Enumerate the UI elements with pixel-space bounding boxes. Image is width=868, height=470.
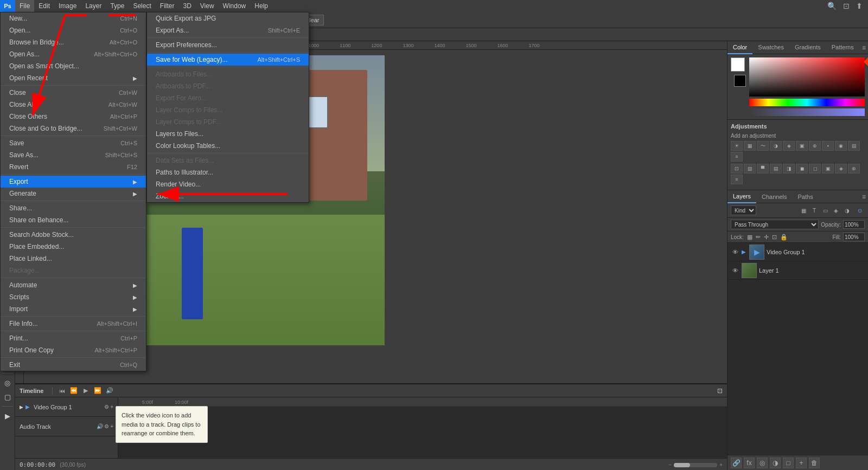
file-generate[interactable]: Generate ▶: [1, 188, 146, 199]
lock-position-icon[interactable]: ✛: [764, 234, 769, 241]
file-place-linked[interactable]: Place Linked...: [1, 253, 146, 265]
bw-adj[interactable]: ▪: [822, 141, 834, 151]
layer-visibility-toggle-l1[interactable]: 👁: [731, 266, 739, 275]
tab-gradients[interactable]: Gradients: [789, 41, 826, 54]
tl-prev-button[interactable]: ⏪: [69, 386, 79, 396]
lock-all-icon[interactable]: 🔒: [780, 234, 788, 241]
hue-spectrum[interactable]: [749, 99, 865, 106]
tl-audio-settings-icon[interactable]: ⚙: [104, 423, 109, 429]
file-open-as[interactable]: Open As... Alt+Shift+Ctrl+O: [1, 48, 146, 60]
layers-kind-select[interactable]: Kind: [731, 205, 756, 215]
file-print[interactable]: Print... Ctrl+P: [1, 332, 146, 344]
tl-track-settings-icon[interactable]: ⚙: [104, 404, 109, 410]
file-print-one[interactable]: Print One Copy Alt+Shift+Ctrl+P: [1, 344, 146, 356]
vibrance-adj[interactable]: ◈: [783, 141, 795, 151]
export-export-as[interactable]: Export As... Shift+Ctrl+E: [147, 24, 309, 36]
shape-filter-icon[interactable]: ▭: [820, 205, 830, 215]
mixer-adj[interactable]: ▤: [848, 141, 860, 151]
lock-image-icon[interactable]: ✏: [756, 234, 761, 241]
threshold-adj[interactable]: ▀: [757, 164, 769, 173]
toggle-filter-icon[interactable]: ⊙: [855, 205, 865, 215]
color-filter-icon[interactable]: ◑: [842, 205, 852, 215]
file-place-embedded[interactable]: Place Embedded...: [1, 241, 146, 253]
brightness-adj[interactable]: ☀: [731, 141, 743, 151]
selective-color-adj[interactable]: ◨: [783, 164, 795, 173]
layer-item-layer1[interactable]: 👁 Layer 1: [727, 261, 868, 280]
file-info[interactable]: File Info... Alt+Shift+Ctrl+I: [1, 318, 146, 330]
tl-audio-mute-icon[interactable]: 🔊: [97, 423, 103, 429]
lock-transparent-icon[interactable]: ▦: [747, 234, 752, 241]
timeline-collapse-icon[interactable]: ⊡: [717, 387, 723, 395]
adj-r8[interactable]: ▣: [822, 164, 834, 173]
gradient-map-adj[interactable]: ▤: [770, 164, 782, 173]
screen-mode-tool[interactable]: ▢: [1, 390, 14, 403]
menu-filter[interactable]: Filter: [156, 0, 179, 12]
tab-channels[interactable]: Channels: [756, 190, 792, 203]
opacity-input[interactable]: [843, 220, 865, 229]
menu-file[interactable]: File: [15, 0, 34, 12]
export-quick-jpg[interactable]: Quick Export as JPG: [147, 12, 309, 24]
file-export[interactable]: Export ▶: [1, 176, 146, 188]
file-close[interactable]: Close Ctrl+W: [1, 87, 146, 99]
levels-adj[interactable]: ▦: [744, 141, 756, 151]
tl-play-button[interactable]: ▶: [81, 386, 91, 396]
layer-item-video-group[interactable]: 👁 ▶ ▶ Video Group 1: [727, 243, 868, 261]
tl-next-button[interactable]: ⏩: [93, 386, 103, 396]
timeline-icon[interactable]: ▶: [1, 409, 14, 422]
curves-adj[interactable]: 〜: [757, 141, 769, 151]
file-share[interactable]: Share...: [1, 202, 146, 214]
tl-track-add-icon[interactable]: +: [110, 404, 113, 410]
layer-delete-icon[interactable]: 🗑: [809, 458, 820, 468]
arrange-icon[interactable]: ⊡: [841, 2, 852, 10]
fill-input[interactable]: [843, 233, 865, 241]
panel-menu-icon[interactable]: ≡: [862, 41, 868, 54]
posterize-adj[interactable]: ▧: [744, 164, 756, 173]
menu-select[interactable]: Select: [129, 0, 155, 12]
menu-image[interactable]: Image: [54, 0, 81, 12]
file-automate[interactable]: Automate ▶: [1, 279, 146, 291]
file-save[interactable]: Save Ctrl+S: [1, 137, 146, 149]
export-zoomify[interactable]: Zoomify...: [147, 190, 309, 202]
export-preferences[interactable]: Export Preferences...: [147, 39, 309, 51]
layer-new-icon[interactable]: +: [796, 458, 807, 468]
file-new[interactable]: New... Ctrl+N: [1, 12, 146, 24]
adj-r10[interactable]: ⊕: [848, 164, 860, 173]
pixel-filter-icon[interactable]: ▦: [799, 205, 808, 215]
export-render-video[interactable]: Render Video...: [147, 178, 309, 190]
tl-expand-video[interactable]: ▶: [20, 404, 23, 410]
fg-color-swatch[interactable]: [731, 57, 745, 72]
menu-3d[interactable]: 3D: [178, 0, 195, 12]
file-share-behance[interactable]: Share on Behance...: [1, 214, 146, 226]
tl-zoom-in-icon[interactable]: +: [719, 462, 723, 468]
menu-layer[interactable]: Layer: [81, 0, 106, 12]
menu-type[interactable]: Type: [106, 0, 129, 12]
layers-menu-icon[interactable]: ≡: [862, 190, 868, 203]
lock-artboards-icon[interactable]: ⊡: [772, 234, 777, 241]
menu-window[interactable]: Window: [219, 0, 251, 12]
tl-zoom-out-icon[interactable]: −: [668, 462, 672, 468]
bg-color-swatch[interactable]: [734, 75, 746, 87]
exposure-adj[interactable]: ◑: [770, 141, 782, 151]
tab-color[interactable]: Color: [727, 41, 752, 54]
tl-begin-button[interactable]: ⏮: [57, 386, 67, 396]
file-close-all[interactable]: Close All Alt+Ctrl+W: [1, 99, 146, 111]
adj-r7[interactable]: ◻: [809, 164, 821, 173]
file-search-stock[interactable]: Search Adobe Stock...: [1, 229, 146, 241]
tab-paths[interactable]: Paths: [793, 190, 819, 203]
file-open-recent[interactable]: Open Recent ▶: [1, 72, 146, 84]
tab-swatches[interactable]: Swatches: [752, 41, 789, 54]
quick-mask-tool[interactable]: ◎: [1, 376, 14, 389]
layer-adj-icon[interactable]: ◑: [770, 458, 781, 468]
file-exit[interactable]: Exit Ctrl+Q: [1, 359, 146, 371]
tab-layers[interactable]: Layers: [727, 190, 756, 203]
export-paths-illustrator[interactable]: Paths to Illustrator...: [147, 166, 309, 178]
file-open[interactable]: Open... Ctrl+O: [1, 24, 146, 36]
file-open-smart[interactable]: Open as Smart Object...: [1, 60, 146, 72]
share-icon[interactable]: ⬆: [854, 2, 865, 10]
search-icon[interactable]: 🔍: [825, 2, 839, 10]
tl-zoom-slider[interactable]: [674, 463, 717, 467]
tl-audio-button[interactable]: 🔊: [105, 386, 114, 396]
colorlookup-adj[interactable]: ≡: [731, 152, 743, 162]
file-import[interactable]: Import ▶: [1, 303, 146, 315]
layer-mask-icon[interactable]: ◎: [757, 458, 768, 468]
